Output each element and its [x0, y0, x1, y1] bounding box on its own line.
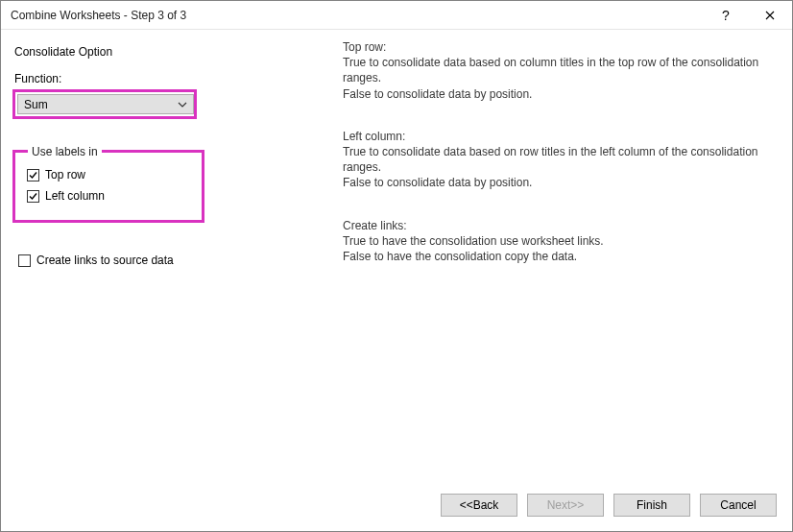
back-button[interactable]: <<Back	[441, 494, 517, 517]
dialog-window: Combine Worksheets - Step 3 of 3 ? Conso…	[0, 0, 793, 532]
help-heading: Top row:	[343, 39, 781, 55]
window-title: Combine Worksheets - Step 3 of 3	[11, 9, 704, 22]
checkbox-icon	[27, 169, 39, 181]
use-labels-legend: Use labels in	[28, 145, 102, 158]
function-select[interactable]: Sum	[17, 94, 194, 114]
help-create-links: Create links: True to have the consolida…	[343, 218, 781, 265]
title-bar: Combine Worksheets - Step 3 of 3 ?	[1, 1, 792, 30]
help-text: False to have the consolidation copy the…	[343, 249, 781, 264]
finish-button[interactable]: Finish	[613, 494, 690, 517]
next-button: Next>>	[527, 494, 604, 517]
dialog-body: Consolidate Option Function: Sum Use lab…	[1, 30, 792, 487]
cancel-button-label: Cancel	[720, 498, 756, 512]
left-pane: Consolidate Option Function: Sum Use lab…	[12, 39, 339, 481]
use-labels-fieldset: Use labels in Top row Left column	[12, 136, 204, 223]
chevron-down-icon	[178, 99, 187, 112]
back-button-label: <<Back	[460, 498, 499, 512]
checkbox-top-row-label: Top row	[45, 168, 85, 181]
help-button[interactable]: ?	[704, 1, 748, 30]
cancel-button[interactable]: Cancel	[700, 494, 777, 517]
section-title: Consolidate Option	[14, 45, 331, 59]
use-labels-highlight: Top row Left column	[12, 150, 204, 223]
function-select-value: Sum	[24, 98, 48, 111]
finish-button-label: Finish	[637, 498, 667, 512]
help-text: True to consolidate data based on row ti…	[343, 144, 781, 175]
help-text: True to have the consolidation use works…	[343, 233, 781, 249]
checkbox-create-links[interactable]: Create links to source data	[18, 254, 331, 267]
help-pane: Top row: True to consolidate data based …	[339, 39, 781, 481]
checkbox-icon	[18, 254, 31, 267]
help-text: True to consolidate data based on column…	[343, 55, 781, 85]
close-button[interactable]	[748, 1, 792, 30]
help-text: False to consolidate data by position.	[343, 86, 781, 102]
next-button-label: Next>>	[547, 498, 585, 512]
help-heading: Create links:	[343, 218, 781, 233]
checkbox-icon	[27, 190, 39, 203]
question-icon: ?	[722, 8, 730, 23]
help-left-column: Left column: True to consolidate data ba…	[343, 129, 781, 191]
help-text: False to consolidate data by position.	[343, 175, 781, 190]
checkbox-left-column-label: Left column	[45, 189, 105, 203]
button-bar: <<Back Next>> Finish Cancel	[1, 487, 792, 531]
function-label: Function:	[14, 72, 331, 85]
checkbox-create-links-label: Create links to source data	[36, 254, 174, 267]
checkbox-top-row[interactable]: Top row	[27, 168, 194, 181]
help-heading: Left column:	[343, 129, 781, 144]
close-icon	[765, 11, 775, 20]
help-top-row: Top row: True to consolidate data based …	[343, 39, 781, 102]
checkbox-left-column[interactable]: Left column	[27, 189, 194, 203]
function-highlight: Sum	[12, 89, 197, 119]
